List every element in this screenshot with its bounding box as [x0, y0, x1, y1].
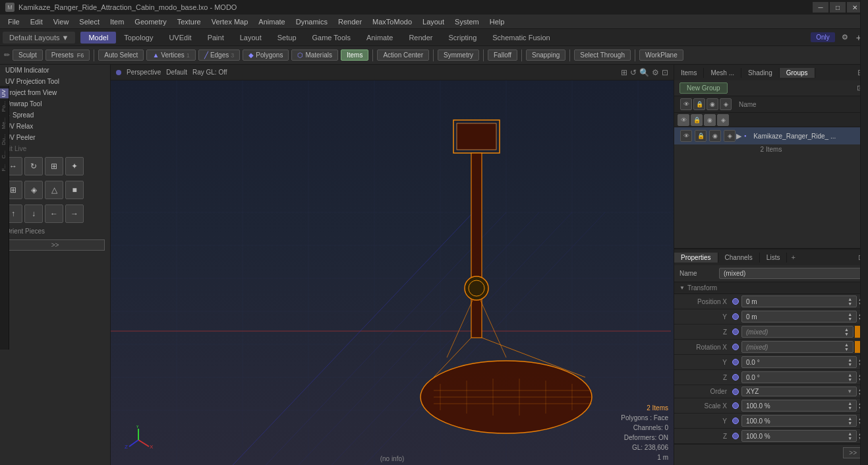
pos-y-value[interactable]: 0 m ▲ ▼: [741, 311, 857, 323]
scale-x-radio[interactable]: [732, 402, 739, 409]
pos-x-down[interactable]: ▼: [848, 301, 852, 306]
menu-dynamics[interactable]: Dynamics: [291, 16, 333, 27]
tab-paint[interactable]: Paint: [200, 32, 232, 44]
menu-item[interactable]: Item: [105, 16, 129, 27]
pos-y-up[interactable]: ▲: [848, 312, 852, 317]
tab-animate[interactable]: Animate: [359, 32, 401, 44]
pos-y-radio[interactable]: [732, 313, 739, 320]
rp-tab-items[interactable]: Items: [674, 68, 704, 78]
col-icon-lock[interactable]: 🔒: [693, 98, 705, 110]
action-center-button[interactable]: Action Center: [377, 49, 429, 61]
default-layouts-dropdown[interactable]: Default Layouts ▼: [3, 32, 75, 44]
item-wire-icon[interactable]: ◈: [724, 130, 736, 142]
scale-z-radio[interactable]: [732, 433, 739, 439]
transform-section[interactable]: Transform: [674, 282, 868, 294]
spread-item[interactable]: ▶ Spread: [0, 109, 110, 121]
rp-tab-groups[interactable]: Groups: [780, 68, 815, 78]
vp-ctrl-search[interactable]: 🔍: [639, 68, 649, 77]
pos-z-value[interactable]: (mixed) ▲ ▼: [741, 326, 854, 338]
presets-button[interactable]: Presets F6: [45, 49, 90, 61]
rp-bot-tab-properties[interactable]: Properties: [674, 253, 718, 263]
tab-game-tools[interactable]: Game Tools: [304, 32, 359, 44]
vp-ctrl-2[interactable]: ↺: [630, 68, 637, 77]
lock-icon-1[interactable]: 🔒: [691, 114, 703, 126]
item-row[interactable]: 👁 🔒 ◉ ◈ ▶ ▪ Kamikaze_Ranger_Ride_ ...: [674, 127, 868, 144]
tab-topology[interactable]: Topology: [116, 32, 161, 44]
rp-tab-shading[interactable]: Shading: [741, 68, 780, 78]
edges-button[interactable]: ╱ Edges 3: [198, 49, 240, 61]
tab-setup[interactable]: Setup: [270, 32, 304, 44]
tool-right-arrow[interactable]: →: [65, 204, 84, 223]
tab-model[interactable]: Model: [80, 32, 116, 44]
tool-tri[interactable]: △: [45, 181, 63, 199]
expand-more-button[interactable]: >>: [5, 239, 105, 251]
rot-x-value[interactable]: (mixed) ▲ ▼: [741, 341, 854, 353]
rot-y-value[interactable]: 0.0 ° ▲ ▼: [741, 356, 857, 368]
unwrap-tool[interactable]: Unwrap Tool: [0, 98, 110, 109]
render-icon-1[interactable]: ◉: [704, 114, 716, 126]
tool-mesh[interactable]: ◈: [24, 181, 43, 199]
tab-schematic[interactable]: Schematic Fusion: [484, 32, 558, 44]
menu-render[interactable]: Render: [333, 16, 367, 27]
items-button[interactable]: Items: [341, 49, 368, 61]
polygons-button[interactable]: ◆ Polygons: [243, 49, 289, 61]
wire-icon-1[interactable]: ◈: [717, 114, 729, 126]
uv-projection-tool[interactable]: UV Projection Tool: [0, 76, 110, 87]
item-lock-icon[interactable]: 🔒: [695, 130, 707, 142]
tab-uvedit[interactable]: UVEdit: [161, 32, 199, 44]
order-radio[interactable]: [732, 388, 739, 395]
menu-animate[interactable]: Animate: [253, 16, 290, 27]
tool-left-arrow[interactable]: ←: [45, 204, 63, 223]
item-render-icon[interactable]: ◉: [709, 130, 721, 142]
tool-scale[interactable]: ⊞: [45, 157, 63, 175]
menu-maxtomodo[interactable]: MaxToModo: [367, 16, 417, 27]
menu-view[interactable]: View: [48, 16, 74, 27]
viewport-raygl[interactable]: Ray GL: Off: [192, 69, 227, 76]
rp-tab-mesh[interactable]: Mesh ...: [704, 68, 741, 78]
tab-layout[interactable]: Layout: [232, 32, 270, 44]
menu-texture[interactable]: Texture: [172, 16, 206, 27]
scale-z-value[interactable]: 100.0 % ▲ ▼: [741, 430, 857, 442]
vp-ctrl-settings[interactable]: ⚙: [652, 68, 659, 77]
udim-indicator[interactable]: UDIM Indicator: [0, 65, 110, 76]
maximize-button[interactable]: □: [830, 2, 846, 13]
tool-rotate[interactable]: ↻: [24, 157, 43, 175]
viewport-shading[interactable]: Default: [166, 69, 187, 76]
menu-edit[interactable]: Edit: [25, 16, 48, 27]
pos-z-radio[interactable]: [732, 328, 739, 335]
scale-x-value[interactable]: 100.0 % ▲ ▼: [741, 400, 857, 412]
pos-y-down[interactable]: ▼: [848, 317, 852, 321]
pos-x-up[interactable]: ▲: [848, 297, 852, 301]
menu-help[interactable]: Help: [484, 16, 510, 27]
auto-select-button[interactable]: Auto Select: [98, 49, 144, 61]
workplane-button[interactable]: WorkPlane: [639, 49, 683, 61]
vp-ctrl-expand[interactable]: ⊡: [662, 68, 668, 77]
rp-bot-tab-lists[interactable]: Lists: [760, 253, 788, 263]
vis-icon-1[interactable]: 👁: [678, 114, 689, 126]
viewport[interactable]: Perspective Default Ray GL: Off ⊞ ↺ 🔍 ⚙ …: [111, 65, 674, 465]
col-icon-wire[interactable]: ◈: [720, 98, 732, 110]
pos-x-radio[interactable]: [732, 298, 739, 305]
scene[interactable]: X Z Y 2 Items Polygons : Face Channels: …: [111, 80, 674, 465]
menu-select[interactable]: Select: [74, 16, 105, 27]
symmetry-button[interactable]: Symmetry: [438, 49, 479, 61]
col-icon-eye[interactable]: 👁: [680, 98, 692, 110]
order-dropdown[interactable]: XYZ ▼: [741, 387, 857, 396]
window-controls[interactable]: ─ □ ✕: [813, 2, 863, 13]
col-icon-render[interactable]: ◉: [707, 98, 718, 110]
rot-z-value[interactable]: 0.0 ° ▲ ▼: [741, 371, 857, 383]
scale-y-value[interactable]: 100.0 % ▲ ▼: [741, 415, 857, 427]
rot-z-radio[interactable]: [732, 374, 739, 381]
project-from-view[interactable]: Project from View: [0, 87, 110, 98]
new-group-button[interactable]: New Group: [680, 82, 728, 94]
menu-system[interactable]: System: [449, 16, 484, 27]
group-row-1[interactable]: 👁 🔒 ◉ ◈: [674, 113, 868, 127]
fit-live[interactable]: Fit Live: [0, 143, 110, 154]
uv-peeler[interactable]: UV Peeler: [0, 132, 110, 143]
item-eye-icon[interactable]: 👁: [680, 130, 692, 142]
settings-icon[interactable]: ⚙: [838, 32, 852, 43]
falloff-button[interactable]: Falloff: [488, 49, 517, 61]
scale-y-radio[interactable]: [732, 418, 739, 424]
menu-layout[interactable]: Layout: [417, 16, 449, 27]
vp-ctrl-1[interactable]: ⊞: [621, 68, 627, 77]
